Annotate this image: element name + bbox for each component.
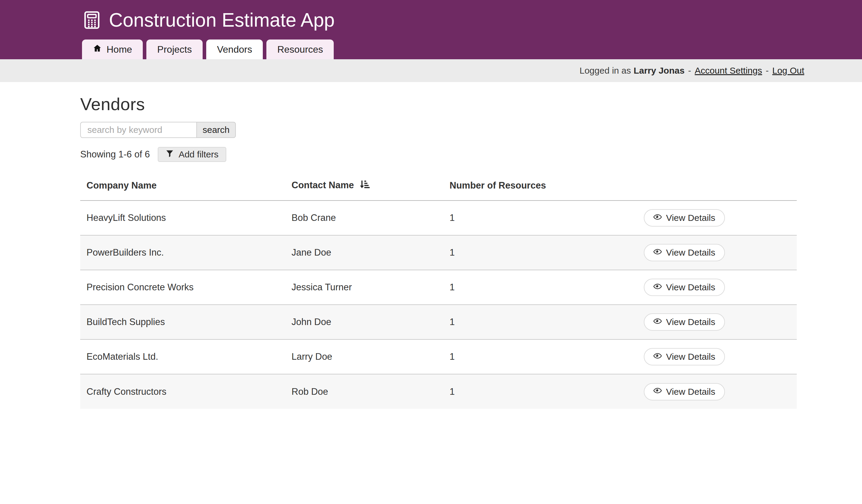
funnel-icon (166, 149, 174, 160)
app-brand: Construction Estimate App (83, 9, 335, 31)
tab-label: Resources (277, 44, 323, 55)
eye-icon (653, 282, 662, 293)
sort-amount-down-icon (357, 181, 370, 191)
company-cell: EcoMaterials Ltd. (80, 340, 285, 374)
calculator-icon (83, 11, 101, 29)
view-details-button[interactable]: View Details (644, 383, 725, 400)
company-cell: Precision Concrete Works (80, 270, 285, 305)
view-details-label: View Details (666, 248, 715, 258)
tab-vendors[interactable]: Vendors (206, 40, 263, 59)
eye-icon (653, 317, 662, 328)
separator: - (766, 66, 769, 76)
app-header: Construction Estimate App Home Projects … (0, 0, 862, 59)
column-header-resources: Number of Resources (443, 170, 572, 200)
view-details-label: View Details (666, 317, 715, 327)
view-details-button[interactable]: View Details (644, 209, 725, 227)
company-cell: PowerBuilders Inc. (80, 235, 285, 270)
eye-icon (653, 248, 662, 258)
results-summary: Showing 1-6 of 6 (80, 149, 150, 160)
log-out-link[interactable]: Log Out (772, 66, 804, 76)
tab-label: Vendors (217, 44, 252, 55)
company-cell: Crafty Constructors (80, 374, 285, 409)
column-header-company: Company Name (80, 170, 285, 200)
table-row: Crafty Constructors Rob Doe 1 View Detai… (80, 374, 797, 409)
view-details-button[interactable]: View Details (644, 348, 725, 366)
resources-cell: 1 (443, 235, 572, 270)
tab-label: Home (107, 44, 132, 55)
view-details-label: View Details (666, 387, 715, 397)
view-details-label: View Details (666, 282, 715, 292)
contact-cell: Bob Crane (285, 200, 443, 235)
add-filters-button[interactable]: Add filters (158, 147, 226, 162)
company-cell: HeavyLift Solutions (80, 200, 285, 235)
tab-label: Projects (157, 44, 192, 55)
view-details-label: View Details (666, 213, 715, 223)
company-cell: BuildTech Supplies (80, 305, 285, 340)
column-header-actions (572, 170, 797, 200)
eye-icon (653, 352, 662, 362)
table-row: HeavyLift Solutions Bob Crane 1 View Det… (80, 200, 797, 235)
contact-cell: Jane Doe (285, 235, 443, 270)
view-details-label: View Details (666, 352, 715, 362)
search-button[interactable]: search (196, 122, 236, 138)
contact-cell: Jessica Turner (285, 270, 443, 305)
table-row: Precision Concrete Works Jessica Turner … (80, 270, 797, 305)
main-content: Vendors search Showing 1-6 of 6 Add filt… (0, 94, 862, 409)
tab-home[interactable]: Home (82, 40, 143, 59)
vendors-table: Company Name Contact Name (80, 170, 797, 409)
separator: - (688, 66, 691, 76)
table-row: EcoMaterials Ltd. Larry Doe 1 View Detai… (80, 340, 797, 374)
table-row: BuildTech Supplies John Doe 1 View Detai… (80, 305, 797, 340)
resources-cell: 1 (443, 270, 572, 305)
eye-icon (653, 386, 662, 397)
page-title: Vendors (80, 94, 862, 114)
resources-cell: 1 (443, 374, 572, 409)
logged-in-prefix: Logged in as (579, 66, 631, 76)
contact-cell: Rob Doe (285, 374, 443, 409)
app-title: Construction Estimate App (109, 9, 335, 31)
view-details-button[interactable]: View Details (644, 279, 725, 296)
table-row: PowerBuilders Inc. Jane Doe 1 View Detai… (80, 235, 797, 270)
view-details-button[interactable]: View Details (644, 244, 725, 261)
resources-cell: 1 (443, 200, 572, 235)
user-bar: Logged in as Larry Jonas - Account Setti… (0, 59, 862, 82)
eye-icon (653, 213, 662, 223)
add-filters-label: Add filters (179, 149, 219, 160)
resources-cell: 1 (443, 305, 572, 340)
resources-cell: 1 (443, 340, 572, 374)
search-input[interactable] (80, 122, 197, 138)
main-nav: Home Projects Vendors Resources (82, 40, 334, 59)
view-details-button[interactable]: View Details (644, 313, 725, 331)
contact-cell: Larry Doe (285, 340, 443, 374)
username: Larry Jonas (634, 66, 684, 76)
column-header-contact[interactable]: Contact Name (285, 170, 443, 200)
tab-resources[interactable]: Resources (266, 40, 334, 59)
table-header-row: Company Name Contact Name (80, 170, 797, 200)
contact-cell: John Doe (285, 305, 443, 340)
home-icon (93, 44, 102, 55)
results-toolbar: Showing 1-6 of 6 Add filters (80, 147, 862, 162)
search-bar: search (80, 122, 862, 138)
account-settings-link[interactable]: Account Settings (695, 66, 762, 76)
tab-projects[interactable]: Projects (146, 40, 203, 59)
